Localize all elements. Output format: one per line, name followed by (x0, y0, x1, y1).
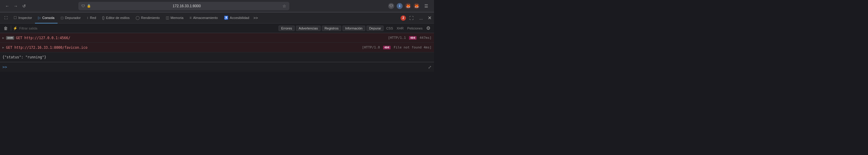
network-label: Red (90, 16, 96, 20)
tab-debugger[interactable]: ◻ Depurador (58, 13, 84, 24)
storage-label: Almacenamiento (193, 16, 218, 20)
accessibility-icon: ♿ (224, 16, 228, 20)
memory-label: Memoria (170, 16, 184, 20)
console-prompt: >> (2, 65, 7, 69)
filter-xhr[interactable]: XHR (396, 27, 405, 30)
shield-icon: 🛡 (82, 4, 85, 8)
browser-actions: 🛡 ⬇ 🦊 🦊 ☰ (388, 2, 430, 10)
forward-button[interactable]: → (12, 2, 19, 10)
performance-label: Rendimiento (141, 16, 160, 20)
more-panels-button[interactable]: >> (252, 14, 259, 22)
error-count-badge: 2 (401, 15, 406, 21)
console-input[interactable] (10, 65, 426, 69)
tab-network[interactable]: ↕ Red (84, 13, 99, 24)
tab-inspector[interactable]: ☐ Inspector (10, 13, 35, 24)
pick-icon: ⛶ (4, 16, 7, 20)
filter-wrapper: ⚡ (13, 26, 277, 30)
filter-logs[interactable]: Registros (322, 26, 341, 31)
tab-storage[interactable]: ≡ Almacenamiento (187, 13, 221, 24)
console-label: Consola (42, 16, 54, 20)
tab-style-editor[interactable]: {} Editor de estilos (99, 13, 133, 24)
log-meta-2: [HTTP/1.0 404 File not found 4ms] (362, 45, 432, 49)
devtools-pick-button[interactable]: ⛶ (1, 13, 10, 24)
address-bar[interactable]: 🛡 🔒 172.16.33.1:8000 ☆ (79, 2, 289, 10)
console-toolbar: 🗑 ⚡ Errores Advertencias Registros Infor… (0, 24, 434, 33)
filter-debug[interactable]: Depurar (367, 26, 384, 31)
debugger-icon: ◻ (61, 16, 64, 20)
memory-icon: ◫ (166, 16, 169, 20)
tab-memory[interactable]: ◫ Memoria (163, 13, 187, 24)
inspector-label: Inspector (19, 16, 32, 20)
style-editor-icon: {} (102, 16, 104, 20)
accessibility-label: Accesibilidad (230, 16, 249, 20)
devtools-toolbar: ⛶ ☐ Inspector ▷ Consola ◻ Depurador ↕ Re… (0, 13, 434, 24)
tab-console[interactable]: ▷ Consola (35, 13, 57, 24)
log-text-3: {"status": "running"} (2, 55, 432, 59)
filter-errors[interactable]: Errores (278, 26, 295, 31)
filter-requests[interactable]: Peticiones (406, 27, 424, 30)
log-text-2: GET http://172.16.33.1:8000/favicon.ico (6, 45, 362, 50)
inspector-icon: ☐ (13, 16, 17, 20)
extension-icon-2[interactable]: ⬇ (397, 3, 403, 9)
console-input-row: >> ⤢ (0, 62, 434, 72)
bookmark-button[interactable]: ☆ (282, 4, 286, 8)
tab-performance[interactable]: ◯ Rendimiento (133, 13, 163, 24)
filter-icon: ⚡ (13, 26, 18, 30)
extension-icon-4[interactable]: 🦊 (413, 3, 420, 9)
nav-buttons: ← → ↺ (4, 2, 28, 10)
extension-icon-1[interactable]: 🛡 (388, 3, 394, 9)
lock-icon: 🔒 (87, 4, 91, 8)
status-badge-1: 404 (409, 36, 416, 40)
console-icon: ▷ (38, 16, 41, 20)
extension-icon-3[interactable]: 🦊 (405, 3, 411, 9)
log-text-1: GET http://127.0.0.1:4566/ (16, 36, 388, 40)
filter-css[interactable]: CSS (385, 27, 394, 30)
toolbar-divider (11, 26, 11, 31)
url-display: 172.16.33.1:8000 (93, 4, 281, 8)
log-meta-1: [HTTP/1.1 404 447ms] (388, 36, 432, 40)
devtools-right-actions: 2 ⛶ ... ✕ (401, 14, 433, 22)
menu-button[interactable]: ☰ (422, 2, 430, 10)
devtools-panel: ⛶ ☐ Inspector ▷ Consola ◻ Depurador ↕ Re… (0, 12, 434, 72)
filter-warnings[interactable]: Advertencias (296, 26, 321, 31)
log-entry-3[interactable]: {"status": "running"} (0, 52, 434, 62)
back-button[interactable]: ← (4, 2, 11, 10)
performance-icon: ◯ (135, 16, 140, 20)
log-entry-1[interactable]: ▶ XHR GET http://127.0.0.1:4566/ [HTTP/1… (0, 33, 434, 43)
expand-arrow-1[interactable]: ▶ (2, 36, 4, 39)
filter-input[interactable] (19, 27, 277, 30)
log-entry-2[interactable]: ▶ GET http://172.16.33.1:8000/favicon.ic… (0, 43, 434, 52)
storage-icon: ≡ (190, 16, 192, 20)
style-editor-label: Editor de estilos (106, 16, 130, 20)
responsive-design-button[interactable]: ⛶ (407, 14, 415, 22)
console-settings-button[interactable]: ⚙ (425, 24, 432, 32)
console-expand-button[interactable]: ⤢ (428, 65, 432, 70)
debugger-label: Depurador (65, 16, 81, 20)
reload-button[interactable]: ↺ (21, 2, 28, 10)
xhr-badge-1: XHR (6, 36, 14, 40)
browser-chrome: ← → ↺ 🛡 🔒 172.16.33.1:8000 ☆ 🛡 ⬇ 🦊 🦊 ☰ (0, 0, 434, 12)
expand-arrow-2[interactable]: ▶ (2, 46, 4, 49)
close-devtools-button[interactable]: ✕ (427, 15, 433, 21)
status-badge-2: 404 (383, 46, 390, 49)
console-log-area: ▶ XHR GET http://127.0.0.1:4566/ [HTTP/1… (0, 33, 434, 62)
filter-info[interactable]: Información (342, 26, 365, 31)
clear-console-button[interactable]: 🗑 (2, 25, 9, 32)
tab-accessibility[interactable]: ♿ Accesibilidad (221, 13, 252, 24)
more-options-button[interactable]: ... (417, 14, 425, 22)
network-icon: ↕ (87, 16, 89, 20)
console-filters: Errores Advertencias Registros Informaci… (278, 24, 432, 32)
